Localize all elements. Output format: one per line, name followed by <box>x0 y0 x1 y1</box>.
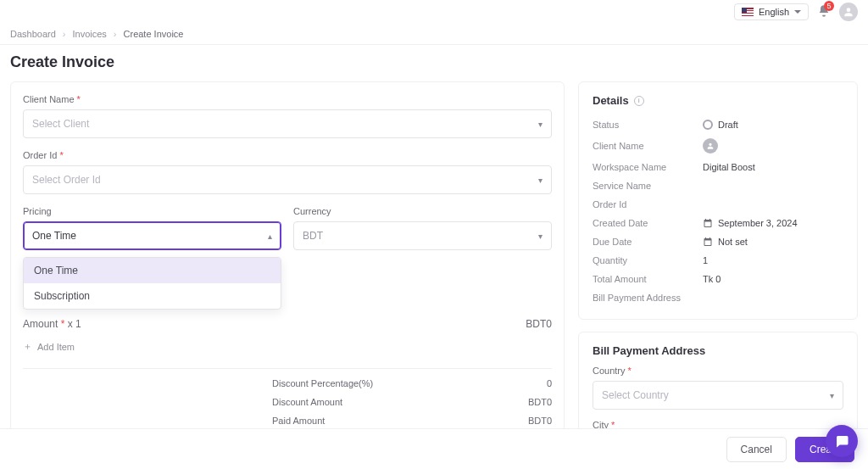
chevron-down-icon: ▾ <box>538 120 542 129</box>
pricing-label: Pricing <box>23 206 281 216</box>
plus-icon: ＋ <box>23 340 32 353</box>
currency-select[interactable]: BDT ▾ <box>293 221 552 250</box>
breadcrumb: Dashboard › Invoices › Create Invoice <box>0 24 868 45</box>
chevron-right-icon: › <box>63 29 66 39</box>
line-item-amount: BDT0 <box>526 318 552 330</box>
breadcrumb-current: Create Invoice <box>124 29 184 39</box>
country-select[interactable]: Select Country ▾ <box>593 381 843 410</box>
calendar-icon <box>703 237 713 247</box>
pricing-option-one-time[interactable]: One Time <box>24 258 281 283</box>
chevron-right-icon: › <box>114 29 117 39</box>
details-panel: Details i Status Draft Client Name Works… <box>578 81 858 320</box>
currency-label: Currency <box>293 206 552 216</box>
breadcrumb-dashboard[interactable]: Dashboard <box>10 29 56 39</box>
details-title: Details <box>593 94 629 107</box>
order-id-label: Order Id * <box>23 150 552 160</box>
pricing-select[interactable]: One Time ▴ <box>23 221 281 250</box>
client-select[interactable]: Select Client ▾ <box>23 109 552 138</box>
chevron-up-icon: ▴ <box>268 232 272 241</box>
billing-title: Bill Payment Address <box>593 344 843 357</box>
order-id-select[interactable]: Select Order Id ▾ <box>23 165 552 194</box>
chevron-down-icon: ▾ <box>830 391 834 400</box>
page-title: Create Invoice <box>0 45 868 81</box>
calendar-icon <box>703 218 713 228</box>
chat-icon <box>834 433 849 449</box>
pricing-option-subscription[interactable]: Subscription <box>24 283 281 309</box>
footer-actions: Cancel Create <box>0 428 868 469</box>
notification-badge: 5 <box>824 1 834 11</box>
chat-fab[interactable] <box>826 425 858 457</box>
chevron-down-icon: ▾ <box>538 176 542 185</box>
chevron-down-icon <box>794 10 801 14</box>
client-name-label: Client Name * <box>23 94 552 104</box>
flag-us-icon <box>742 8 754 16</box>
breadcrumb-invoices[interactable]: Invoices <box>73 29 107 39</box>
chevron-down-icon: ▾ <box>538 232 542 241</box>
user-menu[interactable] <box>839 3 858 21</box>
language-selector[interactable]: English <box>734 3 809 20</box>
user-icon <box>843 6 854 18</box>
notifications-button[interactable]: 5 <box>817 4 831 20</box>
cancel-button[interactable]: Cancel <box>726 437 787 462</box>
info-icon[interactable]: i <box>634 96 644 106</box>
pricing-dropdown: One Time Subscription <box>23 257 281 310</box>
invoice-form: Client Name * Select Client ▾ Order Id *… <box>10 81 565 469</box>
add-item-button[interactable]: ＋ Add Item <box>23 335 552 365</box>
language-label: English <box>759 7 789 17</box>
avatar-icon <box>703 138 718 154</box>
status-indicator-icon <box>703 120 713 130</box>
line-item-row: Amount * x 1 BDT0 <box>23 315 552 335</box>
